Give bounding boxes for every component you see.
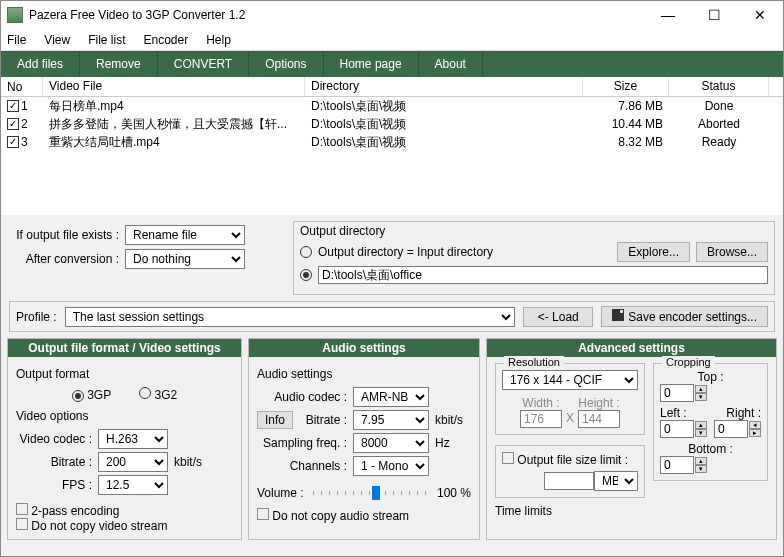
- output-exists-label: If output file exists :: [9, 228, 119, 242]
- col-file[interactable]: Video File: [43, 77, 305, 96]
- crop-bottom-input[interactable]: [660, 456, 694, 474]
- info-button[interactable]: Info: [257, 411, 293, 429]
- spin-down[interactable]: ▾: [695, 393, 707, 401]
- output-dir-group: Output directory Output directory = Inpu…: [293, 221, 775, 295]
- browse-button[interactable]: Browse...: [696, 242, 768, 262]
- after-conversion-label: After conversion :: [9, 252, 119, 266]
- list-header: No Video File Directory Size Status: [1, 77, 783, 97]
- add-files-button[interactable]: Add files: [1, 51, 80, 77]
- table-row[interactable]: ✓3 重紫大结局吐槽.mp4 D:\tools\桌面\视频 8.32 MB Re…: [1, 133, 783, 151]
- close-button[interactable]: ✕: [737, 1, 783, 29]
- no-copy-audio-checkbox[interactable]: [257, 508, 269, 520]
- file-list: ✓1 每日榜单.mp4 D:\tools\桌面\视频 7.86 MB Done …: [1, 97, 783, 215]
- menubar: File View File list Encoder Help: [1, 29, 783, 51]
- load-profile-button[interactable]: <- Load: [523, 307, 593, 327]
- crop-left-input[interactable]: [660, 420, 694, 438]
- channels-select[interactable]: 1 - Mono: [353, 456, 429, 476]
- menu-help[interactable]: Help: [206, 33, 231, 47]
- menu-filelist[interactable]: File list: [88, 33, 125, 47]
- output-dir-legend: Output directory: [300, 224, 385, 238]
- panel-header: Audio settings: [249, 339, 479, 357]
- remove-button[interactable]: Remove: [80, 51, 158, 77]
- video-bitrate-select[interactable]: 200: [98, 452, 168, 472]
- panel-header: Advanced settings: [487, 339, 776, 357]
- app-icon: [7, 7, 23, 23]
- minimize-button[interactable]: —: [645, 1, 691, 29]
- window-title: Pazera Free Video to 3GP Converter 1.2: [29, 8, 645, 22]
- format-3gp-radio[interactable]: [72, 390, 84, 402]
- save-icon: [612, 309, 624, 321]
- advanced-settings-panel: Advanced settings Resolution 176 x 144 -…: [486, 338, 777, 540]
- sampling-freq-select[interactable]: 8000: [353, 433, 429, 453]
- outdir-path-input[interactable]: [318, 266, 768, 284]
- audio-bitrate-select[interactable]: 7.95: [353, 410, 429, 430]
- table-row[interactable]: ✓2 拼多多登陆，美国人秒懂，且大受震撼【轩... D:\tools\桌面\视频…: [1, 115, 783, 133]
- audio-codec-select[interactable]: AMR-NB: [353, 387, 429, 407]
- menu-file[interactable]: File: [7, 33, 26, 47]
- size-limit-checkbox[interactable]: [502, 452, 514, 464]
- profile-bar: Profile : The last session settings <- L…: [9, 301, 775, 332]
- video-settings-panel: Output file format / Video settings Outp…: [7, 338, 242, 540]
- toolbar: Add files Remove CONVERT Options Home pa…: [1, 51, 783, 77]
- mid-panel: If output file exists : Rename file Afte…: [1, 215, 783, 299]
- save-profile-button[interactable]: Save encoder settings...: [601, 306, 768, 327]
- profile-label: Profile :: [16, 310, 57, 324]
- spin-up[interactable]: ▴: [695, 385, 707, 393]
- size-limit-group: Output file size limit : MB: [495, 445, 645, 498]
- after-conversion-select[interactable]: Do nothing: [125, 249, 245, 269]
- size-unit-select[interactable]: MB: [594, 471, 638, 491]
- no-copy-video-checkbox[interactable]: [16, 518, 28, 530]
- fps-select[interactable]: 12.5: [98, 475, 168, 495]
- row-checkbox[interactable]: ✓: [7, 100, 19, 112]
- menu-encoder[interactable]: Encoder: [143, 33, 188, 47]
- outdir-custom-radio[interactable]: [300, 269, 312, 281]
- row-checkbox[interactable]: ✓: [7, 118, 19, 130]
- crop-top-input[interactable]: [660, 384, 694, 402]
- video-codec-select[interactable]: H.263: [98, 429, 168, 449]
- resolution-group: Resolution 176 x 144 - QCIF Width : X He…: [495, 363, 645, 435]
- col-dir[interactable]: Directory: [305, 77, 583, 96]
- col-no[interactable]: No: [1, 77, 43, 96]
- panel-header: Output file format / Video settings: [8, 339, 241, 357]
- col-status[interactable]: Status: [669, 77, 769, 96]
- col-size[interactable]: Size: [583, 77, 669, 96]
- outdir-same-radio[interactable]: [300, 246, 312, 258]
- explore-button[interactable]: Explore...: [617, 242, 690, 262]
- profile-select[interactable]: The last session settings: [65, 307, 516, 327]
- about-button[interactable]: About: [419, 51, 483, 77]
- two-pass-checkbox[interactable]: [16, 503, 28, 515]
- resolution-select[interactable]: 176 x 144 - QCIF: [502, 370, 638, 390]
- home-page-button[interactable]: Home page: [324, 51, 419, 77]
- menu-view[interactable]: View: [44, 33, 70, 47]
- convert-button[interactable]: CONVERT: [158, 51, 249, 77]
- output-exists-select[interactable]: Rename file: [125, 225, 245, 245]
- height-input[interactable]: [578, 410, 620, 428]
- options-button[interactable]: Options: [249, 51, 323, 77]
- row-checkbox[interactable]: ✓: [7, 136, 19, 148]
- audio-settings-panel: Audio settings Audio settings Audio code…: [248, 338, 480, 540]
- format-3g2-radio[interactable]: [139, 387, 151, 399]
- maximize-button[interactable]: ☐: [691, 1, 737, 29]
- time-limits-label: Time limits: [495, 504, 645, 518]
- width-input[interactable]: [520, 410, 562, 428]
- crop-right-input[interactable]: [714, 420, 748, 438]
- size-limit-input[interactable]: [544, 472, 594, 490]
- table-row[interactable]: ✓1 每日榜单.mp4 D:\tools\桌面\视频 7.86 MB Done: [1, 97, 783, 115]
- titlebar: Pazera Free Video to 3GP Converter 1.2 —…: [1, 1, 783, 29]
- cropping-group: Cropping Top : ▴▾ Left :▴▾ Right :◂▸ Bot…: [653, 363, 768, 481]
- volume-slider[interactable]: [313, 491, 431, 495]
